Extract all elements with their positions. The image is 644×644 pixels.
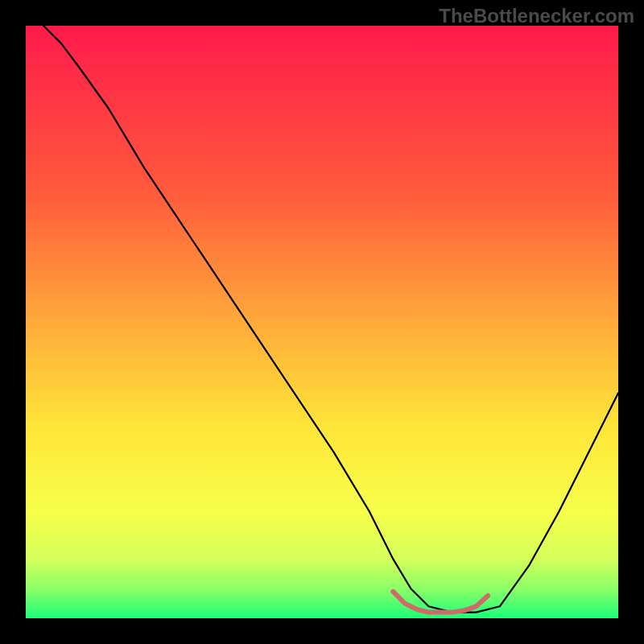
gradient-background (26, 26, 618, 618)
chart-frame (26, 26, 618, 618)
watermark-text: TheBottlenecker.com (439, 5, 634, 27)
bottleneck-chart (26, 26, 618, 618)
